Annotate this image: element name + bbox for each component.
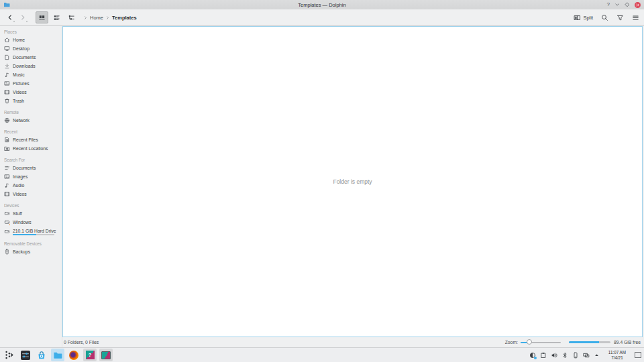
phone-icon[interactable] — [572, 352, 579, 359]
disk-usage-bar — [13, 234, 54, 235]
disk-capacity-fill — [569, 341, 599, 343]
sidebar-item-backups[interactable]: Backups — [3, 247, 62, 256]
sidebar-item-music[interactable]: Music — [3, 70, 62, 79]
usb-drive-icon — [4, 249, 10, 255]
breadcrumb: Home Templates — [83, 15, 137, 21]
icons-view-icon — [38, 14, 46, 21]
recent-folder-icon — [4, 145, 10, 152]
hamburger-menu-button[interactable] — [632, 14, 639, 21]
close-button[interactable] — [635, 2, 641, 8]
maximize-button[interactable] — [625, 2, 630, 7]
section-remote: Remote Network — [3, 110, 62, 125]
system-tray — [529, 352, 602, 359]
breadcrumb-current[interactable]: Templates — [112, 15, 137, 21]
image-icon — [4, 80, 10, 86]
item-count: 0 Folders, 0 Files — [64, 340, 99, 345]
chevron-right-icon — [19, 14, 26, 21]
image-icon — [4, 174, 10, 180]
show-desktop-button[interactable] — [635, 352, 641, 358]
unknown-window-icon: ? — [86, 351, 95, 359]
section-title: Places — [4, 29, 62, 34]
caret-up-icon[interactable] — [594, 352, 600, 358]
monitor-window-icon — [101, 351, 111, 359]
minimize-button[interactable] — [614, 2, 620, 7]
details-view-icon — [53, 14, 60, 21]
caret-down-icon — [25, 21, 28, 23]
statusbar: 0 Folders, 0 Files Zoom: 89.4 GiB free — [62, 337, 644, 347]
zoom-label: Zoom: — [505, 340, 518, 345]
titlebar[interactable]: Templates — Dolphin ? — [0, 0, 644, 9]
dolphin-window: Templates — Dolphin ? Home Templates — [0, 0, 644, 347]
sidebar-item-network[interactable]: Network — [3, 116, 62, 125]
sidebar-item-search-audio[interactable]: Audio — [3, 181, 62, 190]
folder-view[interactable]: Folder is empty — [62, 26, 643, 337]
dolphin-task-button[interactable] — [51, 349, 64, 361]
section-title: Recent — [4, 129, 62, 134]
displays-icon[interactable] — [583, 352, 590, 359]
sidebar-item-search-documents[interactable]: Documents — [3, 164, 62, 172]
text-lines-icon — [4, 165, 10, 171]
window-title: Templates — Dolphin — [0, 2, 644, 8]
tree-view-button[interactable] — [65, 11, 78, 23]
sidebar-item-home[interactable]: Home — [3, 36, 62, 44]
user-status-icon[interactable] — [529, 352, 536, 359]
sidebar-item-stuff[interactable]: Stuff — [3, 209, 62, 218]
section-title: Remote — [4, 110, 62, 115]
system-settings-button[interactable] — [19, 349, 32, 361]
clipboard-icon[interactable] — [540, 352, 547, 359]
filter-button[interactable] — [616, 14, 624, 21]
discover-button[interactable] — [35, 349, 48, 361]
sidebar-item-trash[interactable]: Trash — [3, 97, 62, 105]
section-places: Places Home Desktop Documents Downloads … — [3, 29, 62, 105]
disk-capacity-bar — [569, 341, 610, 343]
taskbar: ? 11:07 AM 7/4/21 — [0, 347, 644, 362]
help-button[interactable]: ? — [607, 2, 610, 7]
clock[interactable]: 11:07 AM 7/4/21 — [608, 350, 626, 361]
home-icon — [4, 37, 10, 43]
music-note-icon — [4, 72, 10, 78]
music-note-icon — [4, 182, 10, 188]
app-launcher-button[interactable] — [3, 349, 16, 361]
back-button[interactable] — [5, 12, 15, 23]
empty-folder-message: Folder is empty — [333, 178, 372, 185]
search-button[interactable] — [601, 14, 608, 21]
sidebar-item-videos[interactable]: Videos — [3, 88, 62, 97]
sidebar-item-search-videos[interactable]: Videos — [3, 190, 62, 198]
bluetooth-icon[interactable] — [561, 352, 568, 359]
sidebar-item-documents[interactable]: Documents — [3, 53, 62, 62]
window-unknown-task-button[interactable]: ? — [83, 349, 97, 361]
firefox-icon — [69, 351, 78, 360]
sidebar-item-hard-drive[interactable]: 210.1 GiB Hard Drive — [3, 227, 62, 237]
zoom-slider[interactable] — [521, 339, 561, 345]
discover-bag-icon — [37, 351, 46, 360]
tree-view-icon — [68, 14, 75, 21]
section-search-for: Search For Documents Images Audio Videos — [3, 158, 62, 198]
details-view-button[interactable] — [50, 11, 63, 23]
sidebar-item-downloads[interactable]: Downloads — [3, 62, 62, 70]
split-button[interactable]: Split — [574, 14, 593, 21]
window-monitor-task-button[interactable] — [99, 349, 113, 361]
hard-drive-icon — [4, 229, 10, 235]
folder-blue-icon — [53, 351, 62, 360]
sidebar-item-desktop[interactable]: Desktop — [3, 44, 62, 53]
download-icon — [4, 63, 10, 69]
trash-icon — [4, 98, 10, 104]
hard-drive-icon — [4, 210, 10, 217]
icons-view-button[interactable] — [36, 11, 48, 23]
sidebar-item-windows[interactable]: Windows — [3, 218, 62, 227]
section-devices: Devices Stuff Windows 210.1 GiB Hard Dri… — [3, 203, 62, 237]
desktop-icon — [4, 46, 10, 52]
clock-time: 11:07 AM — [608, 350, 626, 355]
places-panel: Places Home Desktop Documents Downloads … — [0, 26, 62, 347]
zoom-slider-handle[interactable] — [527, 339, 532, 345]
breadcrumb-home[interactable]: Home — [90, 15, 103, 21]
volume-icon[interactable] — [551, 352, 557, 359]
sidebar-item-recent-files[interactable]: Recent Files — [3, 135, 62, 144]
section-title: Removable Devices — [4, 241, 62, 246]
forward-button[interactable] — [17, 12, 28, 23]
sidebar-item-search-images[interactable]: Images — [3, 172, 62, 181]
firefox-button[interactable] — [67, 349, 80, 361]
sidebar-item-pictures[interactable]: Pictures — [3, 79, 62, 88]
recent-file-icon — [4, 137, 10, 143]
sidebar-item-recent-locations[interactable]: Recent Locations — [3, 144, 62, 153]
